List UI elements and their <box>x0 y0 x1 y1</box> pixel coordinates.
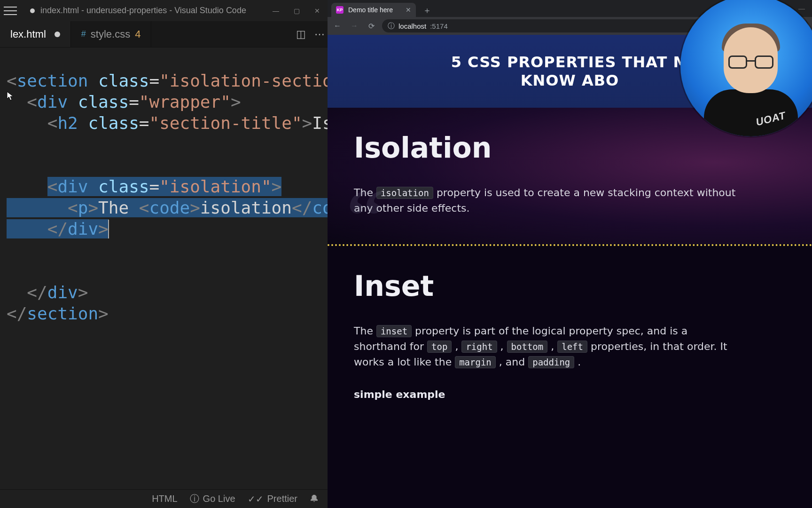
section-paragraph: The inset property is part of the logica… <box>354 323 739 370</box>
more-actions-icon[interactable]: ⋯ <box>314 28 325 40</box>
code-line: <section class="isolation-section"> <box>7 70 328 91</box>
code-pill: top <box>427 341 452 353</box>
text-cursor <box>108 220 109 238</box>
menu-icon[interactable] <box>4 7 17 15</box>
code-editor[interactable]: <section class="isolation-section"> <div… <box>0 48 328 489</box>
split-editor-icon[interactable]: ◫ <box>296 28 306 40</box>
status-bell[interactable]: 🔔︎ <box>310 493 319 504</box>
tab-style-css[interactable]: # style.css 4 <box>71 21 152 47</box>
status-prettier[interactable]: ✓✓Prettier <box>248 493 297 505</box>
banner-line2: KNOW ABO <box>521 71 619 89</box>
maximize-button[interactable]: ▢ <box>286 0 307 21</box>
favicon-icon: KP <box>336 6 344 14</box>
glasses-icon <box>728 56 773 69</box>
code-line: </section> <box>7 303 328 324</box>
check-icon: ✓✓ <box>248 493 264 505</box>
browser-window: KP Demo title here ✕ ＋ ⌄ — ← → ⟳ ⓘ local… <box>328 0 812 508</box>
code-pill: padding <box>528 356 574 368</box>
url-host: localhost <box>398 22 426 30</box>
vscode-window: index.html - underused-properties - Visu… <box>0 0 328 508</box>
editor-tabbar: lex.html # style.css 4 ◫ ⋯ <box>0 21 328 48</box>
dirty-indicator-icon <box>30 8 35 13</box>
vscode-titlebar: index.html - underused-properties - Visu… <box>0 0 328 21</box>
code-line: <p>The <code>isolation</code> p <box>7 197 328 218</box>
vscode-window-controls: — ▢ ✕ <box>265 0 328 21</box>
banner-line1: 5 CSS PROPERTIES THAT M <box>451 53 689 71</box>
code-line: </div> <box>7 218 328 239</box>
close-tab-icon[interactable]: ✕ <box>406 6 411 14</box>
css-file-icon: # <box>81 29 86 39</box>
presenter-avatar: UOAT <box>699 19 803 136</box>
minimize-button[interactable]: — <box>265 0 286 21</box>
code-pill: inset <box>376 325 412 337</box>
code-pill: left <box>557 341 587 353</box>
new-tab-button[interactable]: ＋ <box>421 4 434 17</box>
tab-index-html[interactable]: lex.html <box>0 21 71 47</box>
code-line: <h2 class="section-title">Isolati <box>7 112 328 134</box>
close-button[interactable]: ✕ <box>307 0 328 21</box>
code-pill: bottom <box>507 341 548 353</box>
broadcast-icon: ⓘ <box>190 492 199 505</box>
code-pill: margin <box>455 356 496 368</box>
code-line <box>7 134 328 155</box>
status-golive[interactable]: ⓘGo Live <box>190 492 235 505</box>
section-title: Isolation <box>354 131 812 164</box>
reload-button[interactable]: ⟳ <box>365 20 377 32</box>
subheading: simple example <box>354 389 812 400</box>
mouse-pointer-icon <box>7 91 14 102</box>
tab-filename: style.css <box>91 28 130 40</box>
section-paragraph: The isolation property is used to create… <box>354 185 739 216</box>
tabbar-actions: ◫ ⋯ <box>296 21 325 48</box>
back-button[interactable]: ← <box>331 20 344 32</box>
window-title: index.html - underused-properties - Visu… <box>40 6 246 16</box>
browser-tab-title: Demo title here <box>348 6 393 14</box>
bell-icon: 🔔︎ <box>310 493 319 504</box>
section-inset: Inset The inset property is part of the … <box>328 246 812 429</box>
quote-decoration-icon: “ <box>346 197 384 235</box>
code-line <box>7 239 328 261</box>
code-pill: isolation <box>376 187 433 199</box>
site-info-icon[interactable]: ⓘ <box>388 22 395 31</box>
code-line: </div> <box>7 282 328 303</box>
vscode-statusbar: HTML ⓘGo Live ✓✓Prettier 🔔︎ <box>0 489 328 508</box>
code-line <box>7 155 328 176</box>
code-line: <div class="isolation"> <box>7 176 328 197</box>
url-port: :5174 <box>430 22 448 30</box>
tab-filename: lex.html <box>10 28 46 40</box>
browser-tab[interactable]: KP Demo title here ✕ <box>331 3 416 17</box>
code-pill: right <box>461 341 497 353</box>
status-language[interactable]: HTML <box>152 493 177 504</box>
code-line <box>7 261 328 282</box>
problems-badge: 4 <box>135 28 141 40</box>
dirty-dot-icon <box>55 32 60 37</box>
code-line: <div class="wrapper"> <box>7 91 328 112</box>
section-title: Inset <box>354 270 812 302</box>
forward-button[interactable]: → <box>348 20 360 32</box>
